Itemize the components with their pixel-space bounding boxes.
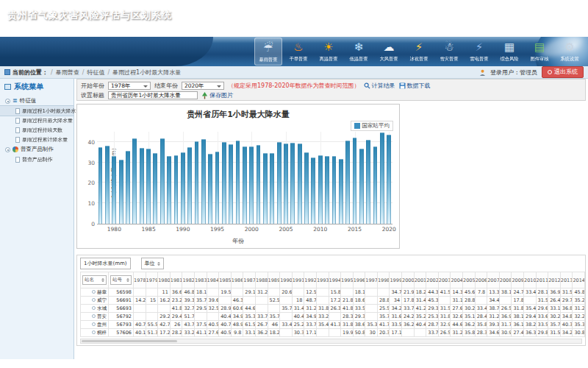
- bar-1978[interactable]: [98, 147, 103, 224]
- bar-1987[interactable]: [160, 138, 165, 224]
- year-header[interactable]: 1980: [158, 272, 171, 289]
- year-header[interactable]: 2004: [451, 272, 463, 289]
- station-name-cell[interactable]: 赫章: [81, 289, 109, 297]
- metric-filter[interactable]: 1小时降水量(mm): [80, 258, 131, 269]
- bar-1980[interactable]: [112, 156, 116, 224]
- bar-1989[interactable]: [174, 155, 179, 224]
- year-header[interactable]: 1998: [377, 272, 390, 289]
- year-header[interactable]: 1988: [255, 272, 268, 289]
- year-header[interactable]: 1987: [243, 272, 256, 289]
- data-download-button[interactable]: 数据下载: [399, 82, 431, 90]
- bar-1985[interactable]: [146, 149, 151, 224]
- chart-title-input[interactable]: [108, 91, 198, 99]
- nav-item-1[interactable]: ☔暴雨普查: [254, 38, 282, 66]
- expand-icon[interactable]: [5, 99, 10, 104]
- bar-2009[interactable]: [311, 158, 315, 224]
- station-name-cell[interactable]: 普安: [81, 313, 109, 321]
- bar-2005[interactable]: [284, 144, 288, 224]
- year-header[interactable]: 1985: [219, 272, 232, 289]
- bar-1990[interactable]: [181, 152, 185, 224]
- save-image-button[interactable]: 保存图片: [201, 91, 233, 99]
- bar-2003[interactable]: [270, 153, 274, 224]
- row-expand-icon[interactable]: [92, 314, 96, 318]
- station-name-header-box[interactable]: 站名: [82, 275, 107, 285]
- horizontal-scrollbar[interactable]: [80, 339, 582, 344]
- sidebar-item[interactable]: 暴雨过程1小时最大降水量: [0, 106, 74, 116]
- bar-1995[interactable]: [215, 152, 220, 224]
- station-name-cell[interactable]: 盘州: [81, 321, 109, 329]
- nav-item-4[interactable]: ❄低温普查: [345, 38, 373, 66]
- nav-item-6[interactable]: ⚡冰雹普查: [405, 38, 433, 66]
- bar-1991[interactable]: [187, 147, 192, 224]
- year-header[interactable]: 2003: [438, 272, 451, 289]
- calculate-button[interactable]: 计算结果: [364, 82, 395, 90]
- sidebar-group-1[interactable]: ≣特征值: [0, 96, 74, 106]
- station-id-header[interactable]: 站号: [109, 272, 134, 289]
- year-header[interactable]: 1990: [280, 272, 293, 289]
- expand-icon[interactable]: [5, 147, 10, 152]
- sidebar-item[interactable]: 暴雨过程日最大降水量: [0, 116, 74, 125]
- bar-1993[interactable]: [201, 139, 206, 224]
- year-header[interactable]: 1996: [353, 272, 365, 289]
- bar-1983[interactable]: [132, 138, 137, 224]
- bar-1998[interactable]: [236, 141, 240, 224]
- year-header[interactable]: 2010: [524, 272, 537, 289]
- year-header[interactable]: 1999: [390, 272, 402, 289]
- bar-2014[interactable]: [345, 141, 350, 224]
- year-header[interactable]: 2009: [512, 272, 524, 289]
- year-header[interactable]: 2006: [475, 272, 487, 289]
- year-header[interactable]: 2007: [487, 272, 500, 289]
- year-header[interactable]: 1997: [365, 272, 378, 289]
- year-header[interactable]: 1986: [231, 272, 243, 289]
- nav-item-7[interactable]: ☃雪灾普查: [435, 38, 463, 66]
- logout-button[interactable]: 退出系统: [542, 66, 584, 78]
- bar-2012[interactable]: [332, 156, 337, 224]
- sort-arrows-icon[interactable]: [101, 277, 104, 283]
- year-header[interactable]: 1983: [194, 272, 207, 289]
- year-header[interactable]: 1993: [316, 272, 329, 289]
- year-header[interactable]: 2011: [536, 272, 548, 289]
- nav-item-9[interactable]: ▦综合风险: [495, 38, 523, 66]
- sidebar-group-2[interactable]: 普查产品制作: [0, 144, 74, 155]
- station-name-header[interactable]: 站名: [81, 272, 109, 289]
- bar-2011[interactable]: [325, 156, 329, 224]
- station-name-cell[interactable]: 水城: [81, 305, 109, 313]
- bar-2013[interactable]: [339, 159, 343, 224]
- bar-2007[interactable]: [298, 144, 302, 224]
- bar-1984[interactable]: [140, 148, 144, 224]
- breadcrumb-item[interactable]: 特征值: [87, 69, 104, 76]
- year-header[interactable]: 2012: [548, 272, 561, 289]
- nav-item-10[interactable]: ▤图件审核: [526, 38, 553, 66]
- year-header[interactable]: 2008: [499, 272, 512, 289]
- nav-item-11[interactable]: ⚙系统设置: [556, 38, 584, 66]
- year-header[interactable]: 1984: [207, 272, 219, 289]
- year-header[interactable]: 2001: [414, 272, 426, 289]
- year-header[interactable]: 1989: [268, 272, 280, 289]
- bar-2016[interactable]: [359, 149, 364, 224]
- bar-1999[interactable]: [243, 146, 247, 224]
- sidebar-item[interactable]: 暴雨过程累计降水量: [0, 135, 74, 144]
- year-header[interactable]: 2014: [573, 272, 585, 289]
- year-header[interactable]: 2013: [560, 272, 573, 289]
- year-header[interactable]: 1995: [341, 272, 354, 289]
- bar-2006[interactable]: [290, 143, 295, 224]
- year-header[interactable]: 2005: [463, 272, 476, 289]
- bar-1979[interactable]: [105, 146, 110, 224]
- bar-2001[interactable]: [257, 145, 261, 224]
- chart-legend[interactable]: 国家站平均: [351, 121, 394, 131]
- bar-1992[interactable]: [195, 141, 199, 224]
- year-header[interactable]: 1978: [134, 272, 146, 289]
- start-year-dropdown[interactable]: 1978年: [108, 82, 151, 90]
- bar-2010[interactable]: [318, 155, 323, 224]
- bar-1996[interactable]: [222, 142, 226, 224]
- row-expand-icon[interactable]: [92, 330, 96, 334]
- sidebar-item[interactable]: 普查产品制作: [0, 155, 74, 164]
- year-header[interactable]: 1992: [304, 272, 317, 289]
- year-header[interactable]: 2002: [426, 272, 439, 289]
- bar-2020[interactable]: [387, 135, 391, 224]
- station-name-cell[interactable]: 威宁: [81, 297, 109, 305]
- nav-item-5[interactable]: ☁大风普查: [375, 38, 403, 66]
- row-expand-icon[interactable]: [92, 290, 96, 294]
- station-id-header-box[interactable]: 站号: [110, 275, 132, 285]
- nav-item-8[interactable]: ⚡雷电普查: [465, 38, 493, 66]
